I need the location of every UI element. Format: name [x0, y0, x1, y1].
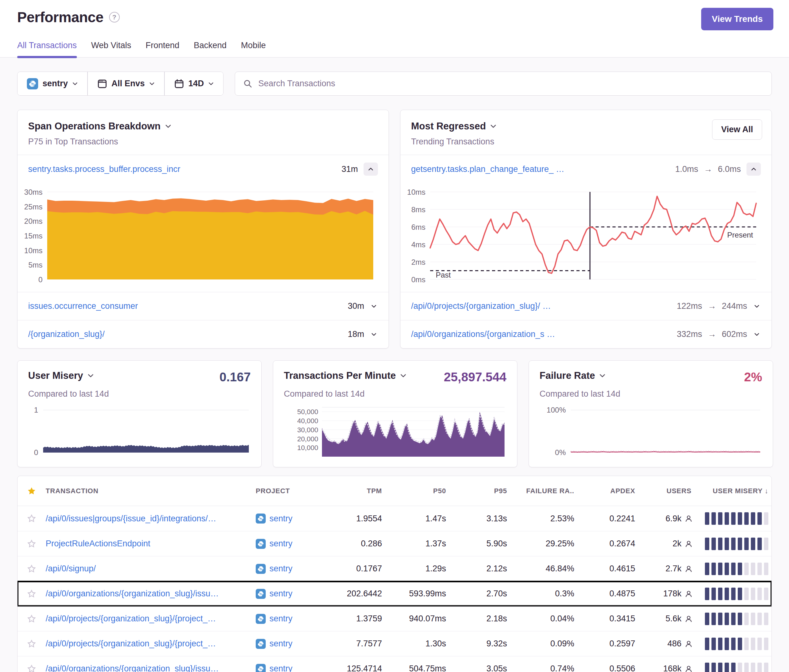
svg-text:20ms: 20ms: [24, 217, 43, 225]
failure-rate-cell: 2.53%: [509, 514, 576, 524]
star-outline-icon[interactable]: [27, 564, 36, 573]
regression-from: 122ms: [677, 301, 702, 311]
transaction-link[interactable]: /api/0/projects/{organization_slug}/{pro…: [46, 639, 256, 648]
col-apdex[interactable]: APDEX: [576, 487, 637, 495]
help-icon[interactable]: ?: [109, 12, 120, 22]
star-outline-icon[interactable]: [27, 514, 36, 523]
regressed-transaction-link[interactable]: /api/0/organizations/{organization_s …: [411, 329, 555, 339]
col-p95[interactable]: P95: [448, 487, 509, 495]
chevron-down-icon[interactable]: [370, 331, 378, 338]
table-row[interactable]: /api/0/organizations/{organization_slug}…: [18, 581, 771, 606]
table-row[interactable]: /api/0/issues|groups/{issue_id}/integrat…: [18, 506, 771, 531]
span-op-link[interactable]: issues.occurrence_consumer: [28, 301, 138, 311]
tab-web-vitals[interactable]: Web Vitals: [91, 41, 131, 57]
svg-text:20,000: 20,000: [297, 435, 318, 443]
chevron-down-icon[interactable]: [753, 331, 761, 338]
table-row[interactable]: /api/0/organizations/{organization_slug}…: [18, 656, 771, 672]
transaction-link[interactable]: /api/0/projects/{organization_slug}/{pro…: [46, 614, 256, 624]
chevron-down-icon[interactable]: [370, 303, 378, 310]
regressed-transaction-link[interactable]: getsentry.tasks.plan_change_feature_ …: [411, 164, 564, 174]
span-ops-subtitle: P75 in Top Transactions: [28, 137, 378, 147]
user-misery-bars: [693, 613, 771, 625]
python-project-icon: [256, 539, 266, 549]
project-link: sentry: [270, 639, 292, 648]
favorites-star-icon[interactable]: [27, 486, 36, 496]
window-icon: [97, 79, 107, 89]
star-outline-icon[interactable]: [27, 614, 36, 624]
user-icon: [685, 640, 693, 648]
project-cell[interactable]: sentry: [256, 589, 329, 599]
col-user-misery[interactable]: USER MISERY ↓: [693, 487, 771, 495]
chevron-down-icon[interactable]: [753, 303, 761, 310]
users-cell: 5.6k: [637, 614, 693, 624]
chevron-down-icon[interactable]: [165, 124, 171, 128]
apdex-cell: 0.3415: [576, 614, 637, 624]
project-cell[interactable]: sentry: [256, 639, 329, 649]
regressed-transaction-link[interactable]: /api/0/projects/{organization_slug}/ …: [411, 301, 551, 311]
star-outline-icon[interactable]: [27, 664, 36, 672]
transaction-link[interactable]: /api/0/organizations/{organization_slug}…: [46, 589, 256, 599]
most-regressed-subtitle: Trending Transactions: [411, 137, 761, 147]
chevron-down-icon[interactable]: [490, 124, 497, 128]
users-cell: 168k: [637, 664, 693, 672]
environment-selector[interactable]: All Envs: [88, 72, 165, 95]
svg-text:0%: 0%: [555, 448, 566, 457]
page-title: Performance: [17, 9, 104, 26]
chevron-up-icon: [368, 167, 374, 171]
python-project-icon: [256, 664, 266, 672]
table-row[interactable]: /api/0/projects/{organization_slug}/{pro…: [18, 631, 771, 656]
search-input[interactable]: [258, 79, 763, 88]
regression-from: 1.0ms: [675, 164, 698, 174]
col-failure-rate[interactable]: FAILURE RA..: [509, 487, 576, 495]
p50-cell: 504.75ms: [384, 664, 448, 672]
date-range-selector[interactable]: 14D: [165, 72, 224, 95]
search-transactions-box[interactable]: [235, 72, 772, 96]
collapse-button[interactable]: [746, 163, 761, 176]
chevron-down-icon[interactable]: [400, 374, 406, 378]
col-tpm[interactable]: TPM: [329, 487, 384, 495]
tab-mobile[interactable]: Mobile: [241, 41, 266, 57]
transaction-link[interactable]: /api/0/organizations/{organization_slug}…: [46, 664, 256, 672]
user-icon: [685, 615, 693, 623]
col-p50[interactable]: P50: [384, 487, 448, 495]
table-row[interactable]: /api/0/projects/{organization_slug}/{pro…: [18, 606, 771, 631]
star-outline-icon[interactable]: [27, 589, 36, 599]
project-cell[interactable]: sentry: [256, 564, 329, 574]
star-outline-icon[interactable]: [27, 539, 36, 549]
svg-text:30ms: 30ms: [24, 188, 43, 196]
svg-text:10,000: 10,000: [297, 444, 318, 452]
col-project[interactable]: PROJECT: [256, 487, 329, 495]
p95-cell: 3.13s: [448, 514, 509, 524]
svg-text:6ms: 6ms: [411, 223, 425, 231]
transaction-link[interactable]: /api/0/issues|groups/{issue_id}/integrat…: [46, 514, 256, 524]
table-row[interactable]: /api/0/signup/ sentry 0.1767 1.29s 2.12s…: [18, 556, 771, 581]
transaction-link[interactable]: /api/0/signup/: [46, 564, 256, 573]
chevron-down-icon[interactable]: [88, 374, 94, 378]
tpm-cell: 1.3759: [329, 614, 384, 624]
collapse-button[interactable]: [364, 163, 378, 176]
view-all-button[interactable]: View All: [712, 120, 762, 140]
span-op-link[interactable]: sentry.tasks.process_buffer.process_incr: [28, 164, 180, 174]
span-op-link[interactable]: /{organization_slug}/: [28, 329, 105, 339]
svg-text:100%: 100%: [547, 406, 566, 414]
col-transaction[interactable]: TRANSACTION: [46, 487, 256, 495]
project-selector[interactable]: sentry: [18, 72, 87, 95]
project-cell[interactable]: sentry: [256, 614, 329, 624]
project-cell[interactable]: sentry: [256, 664, 329, 672]
arrow-right-icon: →: [708, 329, 716, 339]
view-trends-button[interactable]: View Trends: [701, 8, 773, 30]
table-header-row: TRANSACTION PROJECT TPM P50 P95 FAILURE …: [18, 476, 771, 506]
project-cell[interactable]: sentry: [256, 514, 329, 524]
tab-frontend[interactable]: Frontend: [146, 41, 179, 57]
table-row[interactable]: ProjectRuleActionsEndpoint sentry 0.286 …: [18, 531, 771, 556]
tpm-cell: 202.6442: [329, 589, 384, 599]
tab-backend[interactable]: Backend: [194, 41, 227, 57]
transaction-link[interactable]: ProjectRuleActionsEndpoint: [46, 539, 256, 549]
project-cell[interactable]: sentry: [256, 539, 329, 549]
col-users[interactable]: USERS: [637, 487, 693, 495]
star-outline-icon[interactable]: [27, 639, 36, 648]
failure-rate-cell: 0.74%: [509, 664, 576, 672]
svg-text:Present: Present: [727, 231, 753, 239]
tab-all-transactions[interactable]: All Transactions: [17, 41, 77, 57]
chevron-down-icon[interactable]: [599, 374, 605, 378]
